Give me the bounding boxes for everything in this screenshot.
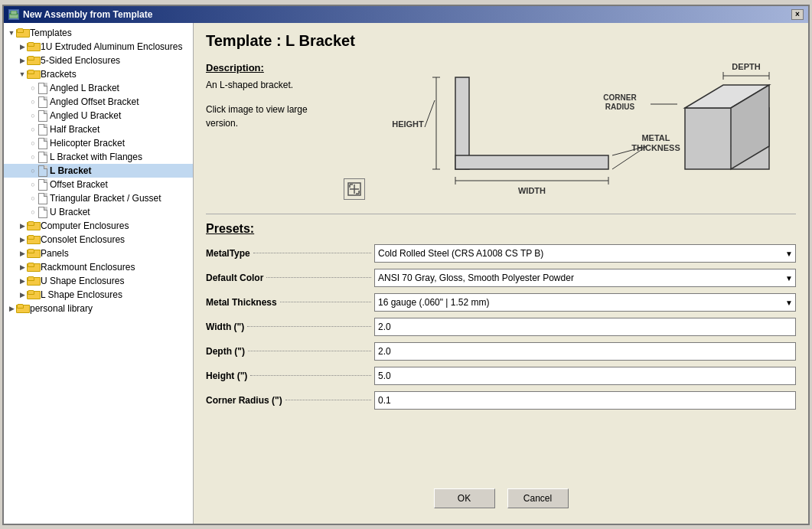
main-window: New Assembly from Template × ▼ Templates… [2,5,810,525]
tree-item-brackets[interactable]: ▼ Brackets [4,67,193,81]
tree-item-offset[interactable]: ○ Offset Bracket [4,178,193,191]
select-wrapper-metal-thickness: 16 gauge (.060" | 1.52 mm) [374,293,796,312]
field-row-corner-radius: Corner Radius (") [206,390,796,410]
folder-icon-personal [16,304,28,313]
svg-rect-3 [455,155,608,169]
exp-u-bracket: ○ [28,207,38,217]
label-angled-u: Angled U Bracket [50,110,121,121]
tree-item-computer[interactable]: ▶ Computer Enclosures [4,219,193,233]
label-angled-l: Angled L Bracket [50,83,119,93]
height-label: HEIGHT [392,119,424,129]
tree-item-5sided[interactable]: ▶ 5-Sided Enclosures [4,54,193,67]
tree-item-angled-offset[interactable]: ○ Angled Offset Bracket [4,95,193,109]
close-button[interactable]: × [791,9,804,20]
file-icon-u-bracket [38,207,48,217]
folder-icon-5sided [27,56,39,65]
select-metal-thickness[interactable]: 16 gauge (.060" | 1.52 mm) [374,293,796,312]
file-icon-angled-u [38,110,48,121]
tree-item-personal[interactable]: ▶ personal library [4,302,193,315]
label-l-bracket: L Bracket [50,165,91,176]
tree-item-u-bracket[interactable]: ○ U Bracket [4,205,193,219]
presets-section: Presets: MetalType Cold Rolled Steel (CR… [206,214,796,415]
folder-icon-computer [27,221,39,230]
input-depth[interactable] [374,342,796,361]
input-corner-radius[interactable] [374,391,796,410]
tree-item-angled-l[interactable]: ○ Angled L Bracket [4,81,193,95]
label-half: Half Bracket [50,124,99,135]
depth-label: DEPTH [732,62,760,71]
dots-metal-type [253,253,371,253]
input-height[interactable] [374,367,796,385]
tree-item-panels[interactable]: ▶ Panels [4,247,193,260]
label-text-metal-thickness: Metal Thickness [206,297,277,308]
expand-icon [347,182,361,196]
exp-l-flanges: ○ [28,152,38,162]
label-helicopter: Helicopter Bracket [50,138,125,149]
right-panel: Template : L Bracket Description: An L-s… [194,23,808,524]
tree-item-half[interactable]: ○ Half Bracket [4,122,193,136]
dots-height [250,375,371,376]
exp-angled-offset: ○ [28,97,38,106]
template-title: Template : L Bracket [206,32,796,50]
label-rackmount: Rackmount Enclosures [41,262,135,273]
tree-item-triangular[interactable]: ○ Triangular Bracket / Gusset [4,191,193,205]
ok-button[interactable]: OK [434,488,495,508]
label-text-corner-radius: Corner Radius (") [206,395,282,406]
svg-line-7 [425,100,435,127]
tree-item-angled-u[interactable]: ○ Angled U Bracket [4,109,193,122]
tree-item-l-bracket[interactable]: ○ L Bracket [4,164,193,178]
folder-icon-brackets [27,70,39,79]
exp-consolet: ▶ [18,235,27,244]
folder-icon-consolet [27,235,39,244]
label-panels: Panels [41,248,69,259]
root-folder-icon [16,28,28,38]
tree-root[interactable]: ▼ Templates [4,26,193,40]
file-icon-l-bracket [38,165,48,176]
exp-helicopter: ○ [28,139,38,148]
file-icon-half [38,124,48,135]
control-height [374,367,796,385]
exp-l-bracket: ○ [28,166,38,175]
file-icon-triangular [38,193,48,204]
label-1u: 1U Extruded Aluminum Enclosures [41,41,182,52]
label-text-default-color: Default Color [206,273,263,283]
field-row-height: Height (") [206,366,796,386]
input-width[interactable] [374,318,796,336]
metal-thickness-label2: THICKNESS [631,143,680,152]
window-title: New Assembly from Template [23,9,152,20]
description-line2: Click image to view large version. [206,103,328,130]
label-5sided: 5-Sided Enclosures [41,55,120,66]
expander-1u: ▶ [18,42,27,51]
control-metal-thickness: 16 gauge (.060" | 1.52 mm) [374,293,796,312]
expand-button[interactable] [344,178,365,200]
folder-icon-panels [27,249,39,258]
tree-item-1u[interactable]: ▶ 1U Extruded Aluminum Enclosures [4,40,193,54]
field-row-depth: Depth (") [206,341,796,361]
label-angled-offset: Angled Offset Bracket [50,96,139,107]
field-label-default-color: Default Color [206,273,374,283]
folder-icon-rackmount [27,263,39,272]
label-u-bracket: U Bracket [50,207,90,217]
label-lshape: L Shape Enclosures [41,289,122,300]
exp-ushape: ▶ [18,276,27,286]
cancel-button[interactable]: Cancel [507,488,569,508]
field-label-width: Width (") [206,322,374,332]
template-name: L Bracket [285,32,355,49]
tree-item-lshape[interactable]: ▶ L Shape Enclosures [4,288,193,302]
select-default-color[interactable]: ANSI 70 Gray, Gloss, Smooth Polyester Po… [374,269,796,287]
dots-corner-radius [285,400,371,400]
file-icon-helicopter [38,138,48,149]
content-area: ▼ Templates ▶ 1U Extruded Aluminum Enclo… [4,23,808,524]
bracket-diagram[interactable]: HEIGHT WIDTH METAL THICKNESS [356,62,784,200]
file-icon-l-flanges [38,152,48,162]
field-row-metal-thickness: Metal Thickness 16 gauge (.060" | 1.52 m… [206,292,796,312]
tree-item-ushape[interactable]: ▶ U Shape Enclosures [4,274,193,288]
tree-item-l-flanges[interactable]: ○ L Bracket with Flanges [4,150,193,164]
tree-item-helicopter[interactable]: ○ Helicopter Bracket [4,136,193,150]
tree-item-consolet[interactable]: ▶ Consolet Enclosures [4,233,193,247]
tree-item-rackmount[interactable]: ▶ Rackmount Enclosures [4,260,193,274]
select-wrapper-default-color: ANSI 70 Gray, Gloss, Smooth Polyester Po… [374,269,796,287]
label-ushape: U Shape Enclosures [41,276,124,286]
description-line1: An L-shaped bracket. [206,78,328,92]
select-metal-type[interactable]: Cold Rolled Steel (CRS A1008 CS TP B) [374,244,796,263]
